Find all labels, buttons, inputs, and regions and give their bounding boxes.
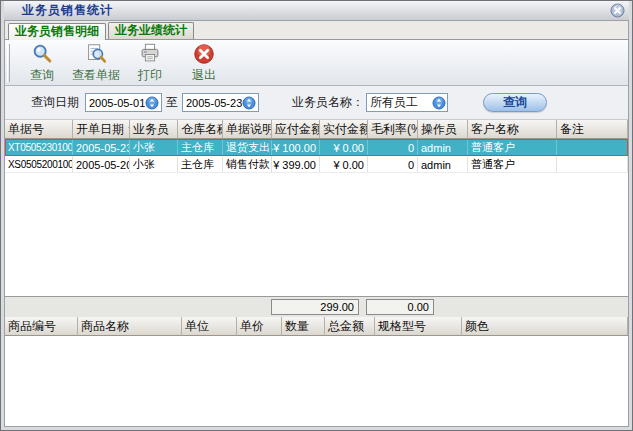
col-color[interactable]: 颜色 — [462, 317, 628, 336]
title-bar: 业务员销售统计 — [4, 1, 629, 20]
totals-bar: 299.00 0.00 — [5, 296, 628, 317]
salesperson-label: 业务员名称： — [292, 94, 364, 111]
date-range-label: 查询日期 — [31, 94, 79, 111]
cell-paid: ¥ 0.00 — [320, 156, 368, 173]
col-spec-model[interactable]: 规格型号 — [375, 317, 462, 336]
paid-total: 0.00 — [366, 299, 434, 315]
table-empty-area — [5, 173, 628, 296]
col-product-no[interactable]: 商品编号 — [5, 317, 78, 336]
col-unit[interactable]: 单位 — [182, 317, 237, 336]
exit-button[interactable]: 退出 — [178, 42, 230, 84]
sales-table-header: 单据号 开单日期 业务员 仓库名称 单据说明 应付金额 实付金额 毛利率(%) … — [5, 120, 628, 139]
close-icon — [610, 3, 625, 18]
col-paid[interactable]: 实付金额 — [320, 120, 368, 139]
table-row[interactable]: XS0505200100001 2005-05-20 小张 主仓库 销售付款 ¥… — [5, 156, 628, 173]
cell-remark — [557, 156, 628, 173]
cell-customer: 普通客户 — [468, 139, 557, 156]
toolbar-grip — [7, 44, 10, 82]
cell-doc-desc: 销售付款 — [223, 156, 272, 173]
date-to-input[interactable] — [186, 97, 242, 109]
col-doc-no[interactable]: 单据号 — [5, 120, 73, 139]
query-toolbar-button[interactable]: 查询 — [16, 42, 68, 84]
salesperson-dropdown-icon[interactable] — [432, 96, 446, 110]
detail-empty-area — [5, 336, 628, 426]
col-product-name[interactable]: 商品名称 — [78, 317, 182, 336]
client-area: 业务员销售明细 业务业绩统计 查询 — [4, 20, 629, 427]
salesperson-dropdown[interactable]: 所有员工 — [366, 93, 448, 112]
magnifier-icon — [29, 42, 55, 66]
col-remark[interactable]: 备注 — [557, 120, 628, 139]
cell-operator: admin — [418, 156, 468, 173]
cell-order-date: 2005-05-20 — [73, 156, 130, 173]
cell-remark — [557, 139, 628, 156]
payable-total: 299.00 — [271, 299, 359, 315]
cell-doc-no: XS0505200100001 — [5, 156, 73, 173]
detail-table-header: 商品编号 商品名称 单位 单价 数量 总金额 规格型号 颜色 — [5, 317, 628, 336]
product-detail-table: 商品编号 商品名称 单位 单价 数量 总金额 规格型号 颜色 — [5, 317, 628, 426]
tab-sales-detail[interactable]: 业务员销售明细 — [8, 23, 106, 40]
print-label: 打印 — [138, 67, 162, 84]
date-to-label: 至 — [166, 94, 178, 111]
cell-warehouse: 主仓库 — [178, 139, 223, 156]
cell-salesperson: 小张 — [130, 156, 178, 173]
app-window: 业务员销售统计 业务员销售明细 业务业绩统计 查询 — [0, 0, 633, 431]
col-quantity[interactable]: 数量 — [282, 317, 325, 336]
cell-salesperson: 小张 — [130, 139, 178, 156]
window-title: 业务员销售统计 — [22, 2, 113, 19]
date-from-field[interactable] — [85, 93, 162, 112]
tab-performance-stats[interactable]: 业务业绩统计 — [108, 22, 194, 39]
tab-bar: 业务员销售明细 业务业绩统计 — [5, 21, 628, 40]
cell-doc-no: XT0505230100001 — [5, 139, 73, 156]
cell-operator: admin — [418, 139, 468, 156]
date-from-input[interactable] — [89, 97, 145, 109]
table-row-selected[interactable]: XT0505230100001 2005-05-23 小张 主仓库 退货支出 -… — [5, 139, 628, 156]
date-to-field[interactable] — [182, 93, 259, 112]
exit-label: 退出 — [192, 67, 216, 84]
date-to-spinner-icon[interactable] — [242, 96, 256, 110]
col-total-amount[interactable]: 总金额 — [325, 317, 375, 336]
cell-margin: 0 — [368, 156, 418, 173]
col-margin[interactable]: 毛利率(%) — [368, 120, 418, 139]
view-document-icon — [83, 42, 109, 66]
cell-payable: -¥ 100.00 — [272, 139, 320, 156]
cell-warehouse: 主仓库 — [178, 156, 223, 173]
salesperson-value: 所有员工 — [370, 94, 432, 111]
view-document-button[interactable]: 查看单据 — [70, 42, 122, 84]
cell-paid: ¥ 0.00 — [320, 139, 368, 156]
cell-order-date: 2005-05-23 — [73, 139, 130, 156]
exit-icon — [191, 42, 217, 66]
col-unit-price[interactable]: 单价 — [237, 317, 282, 336]
query-toolbar-label: 查询 — [30, 67, 54, 84]
close-button[interactable] — [610, 3, 625, 18]
view-document-label: 查看单据 — [72, 67, 120, 84]
cell-customer: 普通客户 — [468, 156, 557, 173]
filter-bar: 查询日期 至 业务员名称： — [5, 86, 628, 120]
cell-payable: ¥ 399.00 — [272, 156, 320, 173]
date-from-spinner-icon[interactable] — [145, 96, 159, 110]
print-button[interactable]: 打印 — [124, 42, 176, 84]
query-submit-button[interactable]: 查询 — [483, 93, 547, 112]
cell-margin: 0 — [368, 139, 418, 156]
col-customer[interactable]: 客户名称 — [468, 120, 557, 139]
sales-table: 单据号 开单日期 业务员 仓库名称 单据说明 应付金额 实付金额 毛利率(%) … — [5, 120, 628, 296]
toolbar: 查询 查看单据 — [5, 40, 628, 86]
col-warehouse[interactable]: 仓库名称 — [178, 120, 223, 139]
col-payable[interactable]: 应付金额 — [272, 120, 320, 139]
cell-doc-desc: 退货支出 — [223, 139, 272, 156]
col-salesperson[interactable]: 业务员 — [130, 120, 178, 139]
printer-icon — [137, 42, 163, 66]
col-doc-desc[interactable]: 单据说明 — [223, 120, 272, 139]
col-order-date[interactable]: 开单日期 — [73, 120, 130, 139]
col-operator[interactable]: 操作员 — [418, 120, 468, 139]
